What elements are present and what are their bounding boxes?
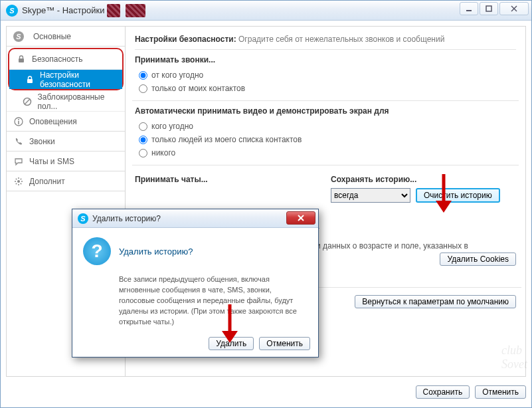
sidebar-item-notifications[interactable]: Оповещения	[7, 112, 125, 132]
sidebar-item-label: Безопасность	[32, 54, 83, 64]
dialog-close-button[interactable]	[286, 211, 315, 225]
window-footer: Сохранить Отменить	[1, 382, 526, 402]
radio-input[interactable]	[139, 84, 147, 93]
sidebar-item-security-settings[interactable]: Настройки безопасности	[9, 69, 122, 89]
svg-point-9	[18, 119, 19, 120]
info-icon	[13, 116, 24, 127]
svg-point-11	[17, 180, 20, 183]
sidebar-item-chats[interactable]: Чаты и SMS	[7, 152, 125, 171]
sidebar-item-blocked[interactable]: Заблокированные пол...	[7, 92, 125, 112]
sidebar-item-security[interactable]: Безопасность	[9, 49, 122, 69]
skype-icon	[78, 213, 88, 224]
skype-icon	[13, 31, 24, 42]
radio-label: только людей из моего списка контактов	[151, 135, 302, 144]
radio-call-contacts[interactable]: только от моих контактов	[135, 82, 516, 95]
radio-video-anyone[interactable]: кого угодно	[135, 120, 516, 133]
decorative-fragment	[126, 4, 145, 17]
history-duration-select[interactable]: всегда	[331, 188, 410, 203]
annotation-arrow	[432, 171, 456, 214]
auto-video-title: Автоматически принимать видео и демонстр…	[135, 106, 516, 116]
sidebar-item-label: Оповещения	[29, 117, 77, 126]
skype-icon	[6, 5, 18, 17]
radio-video-noone[interactable]: никого	[135, 146, 516, 159]
sidebar-item-label: Настройки безопасности	[40, 70, 116, 89]
sidebar-item-label: Звонки	[29, 137, 55, 146]
window-title: Skype™ - Настройки	[22, 5, 104, 15]
sidebar-item-label: Чаты и SMS	[29, 157, 74, 166]
accept-chats-title: Принимать чаты...	[135, 175, 320, 184]
section-header: Настройки безопасности: Оградите себя от…	[135, 32, 516, 50]
decorative-fragment	[107, 4, 120, 17]
block-icon	[23, 96, 33, 107]
sidebar-item-main[interactable]: Основные	[7, 27, 125, 47]
annotation-arrow	[218, 302, 242, 344]
sidebar-item-calls[interactable]: Звонки	[7, 132, 125, 152]
delete-cookies-button[interactable]: Удалить Cookies	[440, 253, 516, 266]
chat-icon	[13, 156, 24, 167]
dialog-title: Удалить историю?	[92, 214, 161, 223]
radio-input[interactable]	[139, 136, 147, 144]
question-icon: ?	[83, 237, 111, 265]
svg-line-16	[16, 178, 17, 179]
phone-icon	[13, 136, 24, 147]
svg-line-7	[25, 99, 30, 104]
gear-icon	[13, 176, 24, 187]
radio-call-anyone[interactable]: от кого угодно	[135, 68, 516, 82]
radio-input[interactable]	[139, 122, 147, 131]
reset-defaults-button[interactable]: Вернуться к параметрам по умолчанию	[355, 295, 516, 308]
delete-history-dialog: Удалить историю? ? Удалить историю? Все …	[72, 209, 319, 357]
sidebar-item-label: Основные	[33, 32, 71, 41]
dialog-body-text: Все записи предыдущего общения, включая …	[83, 274, 308, 328]
radio-input[interactable]	[139, 71, 147, 80]
radio-video-contacts[interactable]: только людей из моего списка контактов	[135, 133, 516, 146]
accept-calls-title: Принимать звонки...	[135, 55, 516, 64]
radio-label: кого угодно	[151, 122, 193, 131]
svg-marker-23	[436, 201, 452, 213]
sidebar-item-addons[interactable]: Дополнит	[7, 171, 125, 191]
svg-rect-4	[19, 58, 24, 62]
radio-input[interactable]	[139, 149, 147, 157]
svg-line-18	[21, 178, 21, 179]
radio-label: только от моих контактов	[151, 84, 245, 93]
dialog-question: Удалить историю?	[119, 247, 193, 256]
radio-label: никого	[151, 148, 175, 157]
svg-rect-10	[18, 121, 19, 124]
svg-marker-25	[222, 331, 238, 343]
lock-icon	[16, 54, 27, 64]
close-button[interactable]	[499, 2, 529, 15]
dialog-cancel-button[interactable]: Отменить	[259, 337, 310, 350]
clear-history-button[interactable]: Очистить историю	[416, 188, 500, 203]
save-button[interactable]: Сохранить	[416, 385, 470, 399]
sidebar-item-label: Заблокированные пол...	[38, 92, 119, 111]
svg-line-19	[16, 183, 17, 183]
maximize-button[interactable]	[480, 2, 498, 15]
svg-rect-5	[27, 79, 33, 83]
minimize-button[interactable]	[460, 2, 478, 15]
svg-rect-1	[486, 6, 491, 11]
cancel-button[interactable]: Отменить	[475, 385, 526, 399]
save-history-title: Сохранять историю...	[331, 175, 516, 184]
lock-icon	[25, 74, 35, 85]
window-titlebar[interactable]: Skype™ - Настройки	[1, 1, 531, 21]
svg-line-17	[21, 183, 21, 183]
dialog-titlebar[interactable]: Удалить историю?	[72, 209, 318, 228]
sidebar-item-label: Дополнит	[29, 177, 65, 186]
highlighted-group: Безопасность Настройки безопасности	[8, 48, 124, 90]
radio-label: от кого угодно	[151, 70, 203, 80]
